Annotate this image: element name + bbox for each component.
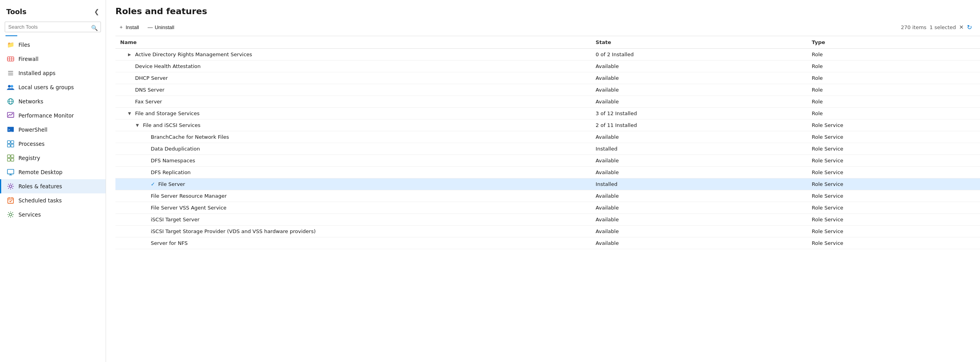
table-row[interactable]: BranchCache for Network FilesAvailableRo… <box>115 131 980 143</box>
sidebar-item-registry[interactable]: Registry <box>0 151 106 165</box>
sidebar: Tools ❮ 🔍 📁FilesFirewallInstalled appsLo… <box>0 0 106 362</box>
table-row[interactable]: File Server VSS Agent ServiceAvailableRo… <box>115 202 980 214</box>
svg-line-32 <box>12 188 13 189</box>
scheduled-tasks-icon <box>7 197 15 204</box>
sidebar-item-scheduled-tasks[interactable]: Scheduled tasks <box>0 193 106 208</box>
firewall-icon <box>7 55 15 63</box>
svg-point-8 <box>11 85 13 88</box>
networks-icon <box>7 97 15 105</box>
sidebar-item-label-local-users: Local users & groups <box>18 84 74 90</box>
cell-name: Data Deduplication <box>115 143 591 155</box>
sidebar-item-local-users[interactable]: Local users & groups <box>0 80 106 94</box>
row-name-text: File Server Resource Manager <box>151 193 227 199</box>
collapse-sidebar-button[interactable]: ❮ <box>93 6 101 17</box>
toolbar: ＋ Install — Uninstall 270 items 1 select… <box>115 22 980 36</box>
sidebar-item-installed-apps[interactable]: Installed apps <box>0 66 106 80</box>
table-row[interactable]: iSCSI Target Storage Provider (VDS and V… <box>115 226 980 237</box>
table-row[interactable]: ✓File ServerInstalledRole Service <box>115 178 980 190</box>
cell-state: 3 of 12 Installed <box>591 108 807 119</box>
row-name-text: Active Directory Rights Management Servi… <box>135 51 252 57</box>
sidebar-item-remote-desktop[interactable]: Remote Desktop <box>0 165 106 179</box>
remote-desktop-icon <box>7 168 15 176</box>
col-header-type[interactable]: Type <box>807 36 980 49</box>
cell-type: Role Service <box>807 119 980 131</box>
row-name-text: DFS Replication <box>151 169 191 175</box>
clear-selection-button[interactable]: ✕ <box>959 24 964 30</box>
sidebar-item-files[interactable]: 📁Files <box>0 38 106 52</box>
expand-icon[interactable]: ▼ <box>128 111 133 116</box>
cell-state: Installed <box>591 178 807 190</box>
cell-state: Available <box>591 61 807 72</box>
svg-point-39 <box>9 213 12 216</box>
table-row[interactable]: DFS ReplicationAvailableRole Service <box>115 167 980 178</box>
sidebar-item-label-remote-desktop: Remote Desktop <box>18 169 62 175</box>
cell-name: ▶Active Directory Rights Management Serv… <box>115 49 591 61</box>
table-row[interactable]: Fax ServerAvailableRole <box>115 96 980 108</box>
sidebar-item-label-powershell: PowerShell <box>18 127 48 133</box>
cell-name: DNS Server <box>115 84 591 96</box>
cell-type: Role Service <box>807 143 980 155</box>
col-header-name[interactable]: Name <box>115 36 591 49</box>
sidebar-item-label-files: Files <box>18 42 30 48</box>
local-users-icon <box>7 83 15 91</box>
cell-name: DHCP Server <box>115 72 591 84</box>
expand-icon[interactable]: ▼ <box>136 123 141 127</box>
cell-type: Role Service <box>807 202 980 214</box>
svg-text:>_: >_ <box>8 128 12 132</box>
table-row[interactable]: Data DeduplicationInstalledRole Service <box>115 143 980 155</box>
install-button[interactable]: ＋ Install <box>115 22 144 33</box>
row-name-text: Device Health Attestation <box>135 63 201 69</box>
sidebar-item-powershell[interactable]: >_PowerShell <box>0 123 106 137</box>
cell-state: 2 of 11 Installed <box>591 119 807 131</box>
expand-icon[interactable]: ▶ <box>128 52 133 57</box>
cell-state: Installed <box>591 143 807 155</box>
row-name-text: File and Storage Services <box>135 110 199 116</box>
sidebar-item-label-networks: Networks <box>18 98 43 105</box>
sidebar-item-roles-features[interactable]: Roles & features <box>0 179 106 193</box>
cell-state: Available <box>591 72 807 84</box>
sidebar-scroll: 📁FilesFirewallInstalled appsLocal users … <box>0 38 106 362</box>
table-row[interactable]: Server for NFSAvailableRole Service <box>115 237 980 249</box>
sidebar-item-firewall[interactable]: Firewall <box>0 52 106 66</box>
row-name-text: Data Deduplication <box>151 146 200 152</box>
svg-rect-17 <box>7 144 10 147</box>
svg-point-26 <box>9 185 12 187</box>
refresh-button[interactable]: ↻ <box>967 24 972 31</box>
table-row[interactable]: DNS ServerAvailableRole <box>115 84 980 96</box>
sidebar-item-label-performance-monitor: Performance Monitor <box>18 112 74 119</box>
uninstall-button[interactable]: — Uninstall <box>144 22 180 32</box>
cell-type: Role Service <box>807 131 980 143</box>
table-row[interactable]: Device Health AttestationAvailableRole <box>115 61 980 72</box>
sidebar-item-networks[interactable]: Networks <box>0 94 106 108</box>
roles-table: Name State Type ▶Active Directory Rights… <box>115 36 980 249</box>
table-row[interactable]: File Server Resource ManagerAvailableRol… <box>115 190 980 202</box>
sidebar-item-label-services: Services <box>18 211 41 218</box>
row-name-text: BranchCache for Network Files <box>151 134 229 140</box>
sidebar-item-services[interactable]: Services <box>0 208 106 222</box>
cell-type: Role Service <box>807 155 980 167</box>
table-row[interactable]: ▼File and iSCSI Services2 of 11 Installe… <box>115 119 980 131</box>
cell-name: Fax Server <box>115 96 591 108</box>
cell-name: DFS Replication <box>115 167 591 178</box>
sidebar-item-processes[interactable]: Processes <box>0 137 106 151</box>
roles-features-icon <box>7 182 15 190</box>
row-name-text: DNS Server <box>135 87 165 93</box>
svg-rect-18 <box>11 144 14 147</box>
sidebar-item-performance-monitor[interactable]: Performance Monitor <box>0 108 106 123</box>
col-header-state[interactable]: State <box>591 36 807 49</box>
search-input[interactable] <box>5 22 101 32</box>
row-name-text: File Server <box>158 181 185 187</box>
table-row[interactable]: iSCSI Target ServerAvailableRole Service <box>115 214 980 226</box>
cell-name: iSCSI Target Server <box>115 214 591 226</box>
files-icon: 📁 <box>7 41 15 49</box>
search-box-wrap: 🔍 <box>0 20 106 35</box>
table-row[interactable]: DHCP ServerAvailableRole <box>115 72 980 84</box>
cell-type: Role Service <box>807 190 980 202</box>
table-wrap: Name State Type ▶Active Directory Rights… <box>115 36 980 362</box>
table-row[interactable]: ▼File and Storage Services3 of 12 Instal… <box>115 108 980 119</box>
svg-line-31 <box>8 184 9 185</box>
table-row[interactable]: DFS NamespacesAvailableRole Service <box>115 155 980 167</box>
table-row[interactable]: ▶Active Directory Rights Management Serv… <box>115 49 980 61</box>
cell-state: Available <box>591 202 807 214</box>
performance-monitor-icon <box>7 112 15 119</box>
